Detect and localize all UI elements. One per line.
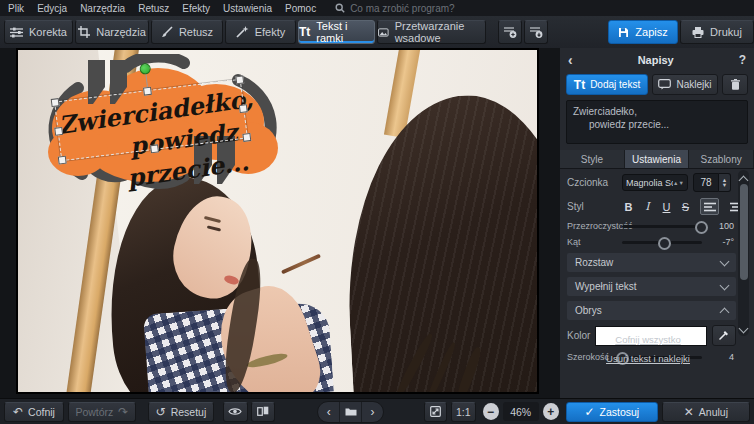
toolbar: Korekta Narzędzia Retusz Efekty Tt Tekst… [0, 16, 754, 49]
save-label: Zapisz [635, 26, 667, 38]
print-button[interactable]: Drukuj [680, 20, 754, 44]
menu-narzedzia[interactable]: Narzędzia [80, 3, 125, 14]
apply-label: Zastosuj [600, 406, 640, 418]
panel-scrollbar[interactable] [738, 170, 749, 336]
bold-button[interactable]: B [622, 201, 635, 213]
resize-handle-mid-left[interactable] [54, 127, 63, 136]
chevron-up-icon [720, 307, 730, 317]
resize-handle-bottom-mid[interactable] [150, 144, 159, 153]
opacity-slider[interactable] [622, 225, 702, 228]
resize-handle-bottom-left[interactable] [58, 156, 67, 165]
tab-retusz-label: Retusz [179, 26, 213, 38]
angle-value: -7° [708, 237, 736, 247]
search-icon [335, 3, 345, 13]
next-photo-button[interactable]: › [362, 402, 383, 422]
scrollbar-thumb[interactable] [740, 184, 748, 280]
tab-przetwarzanie-label: Przetwarzanie wsadowe [395, 20, 485, 44]
menu-efekty[interactable]: Efekty [182, 3, 210, 14]
remove-text-stickers-link[interactable]: Usuń tekst i naklejki [560, 353, 736, 364]
font-size-value[interactable]: 78 [693, 173, 719, 192]
section-rozstaw[interactable]: Rozstaw [567, 253, 736, 272]
before-after-button[interactable] [251, 402, 276, 422]
obrys-label: Obrys [575, 305, 602, 316]
style-row: Styl B I U S [567, 198, 736, 215]
tab-narzedzia[interactable]: Narzędzia [75, 20, 149, 44]
fit-screen-icon [430, 406, 441, 417]
undo-all-link[interactable]: Cofnij wszystko [560, 334, 736, 345]
tab-korekta[interactable]: Korekta [4, 20, 73, 44]
resize-handle-top-left[interactable] [51, 98, 60, 107]
redo-icon: ↷ [118, 406, 128, 418]
help-search[interactable]: Co ma zrobić program? [335, 3, 454, 14]
apply-button[interactable]: ✓ Zastosuj [566, 402, 658, 422]
text-field-line2: powiedz przecie... [573, 118, 741, 131]
undo-label: Cofnij [28, 406, 55, 418]
chevron-down-icon [720, 256, 730, 266]
font-family-select[interactable]: Magnolia Script ▲▼ [622, 174, 688, 191]
help-button[interactable]: ? [739, 53, 746, 67]
reset-label: Resetuj [171, 406, 207, 418]
bottombar: ↶ Cofnij Powtórz ↷ ↺ Resetuj ‹ [0, 398, 754, 424]
add-preset-button[interactable] [498, 20, 522, 44]
text-content-field[interactable]: Zwierciadełko, powiedz przecie... [566, 100, 748, 144]
scroll-down-icon[interactable] [739, 324, 749, 334]
panel-links: Cofnij wszystko Usuń tekst i naklejki [560, 334, 736, 372]
import-preset-button[interactable] [524, 20, 548, 44]
tab-korekta-label: Korekta [29, 26, 67, 38]
tab-tekst-i-ramki[interactable]: Tt Tekst i ramki [298, 20, 375, 44]
font-size-stepper[interactable]: ▲▼ [719, 173, 731, 192]
redo-button[interactable]: Powtórz ↷ [68, 402, 136, 422]
font-label: Czcionka [567, 177, 622, 188]
resize-handle-top-right[interactable] [235, 75, 244, 84]
preview-button[interactable] [223, 402, 248, 422]
reset-button[interactable]: ↺ Resetuj [148, 402, 214, 422]
tab-efekty[interactable]: Efekty [225, 20, 296, 44]
panel-title: Napisy [573, 54, 739, 66]
angle-slider[interactable] [622, 241, 702, 244]
align-left-button[interactable] [700, 198, 719, 215]
fit-screen-button[interactable] [424, 402, 447, 422]
undo-button[interactable]: ↶ Cofnij [4, 402, 64, 422]
photo-editor-window: Plik Edycja Narzędzia Retusz Efekty Usta… [0, 0, 754, 424]
tab-przetwarzanie-wsadowe[interactable]: Przetwarzanie wsadowe [377, 20, 486, 44]
stickers-button[interactable]: Naklejki [652, 74, 718, 95]
photo-navigation: ‹ › [317, 401, 383, 423]
menu-pomoc[interactable]: Pomoc [285, 3, 316, 14]
opacity-knob[interactable] [695, 221, 708, 234]
menu-retusz[interactable]: Retusz [138, 3, 169, 14]
text-icon: Tt [299, 25, 310, 39]
strikethrough-button[interactable]: S [679, 201, 692, 213]
underline-button[interactable]: U [660, 201, 673, 213]
actual-size-button[interactable]: 1:1 [451, 402, 476, 422]
tab-narzedzia-label: Narzędzia [96, 26, 146, 38]
settings-body: Czcionka Magnolia Script ▲▼ 78 ▲▼ Styl B… [560, 166, 736, 342]
add-text-button[interactable]: Tt Dodaj tekst [566, 74, 648, 95]
zoom-in-button[interactable]: + [543, 403, 559, 420]
tab-retusz[interactable]: Retusz [151, 20, 223, 44]
menu-edycja[interactable]: Edycja [37, 3, 67, 14]
italic-button[interactable]: I [641, 200, 654, 213]
cancel-button[interactable]: ✕ Anuluj [662, 402, 750, 422]
prev-photo-button[interactable]: ‹ [318, 402, 339, 422]
section-obrys[interactable]: Obrys [567, 301, 736, 320]
menu-plik[interactable]: Plik [8, 3, 24, 14]
angle-row: Kąt -7° [567, 237, 736, 247]
open-folder-button[interactable] [339, 402, 362, 422]
check-icon: ✓ [584, 406, 594, 418]
text-panel: ‹ Napisy ? Tt Dodaj tekst Naklejki [560, 48, 754, 398]
menubar: Plik Edycja Narzędzia Retusz Efekty Usta… [0, 0, 754, 16]
resize-handle-top-mid[interactable] [143, 87, 152, 96]
reset-icon: ↺ [156, 406, 166, 418]
crop-icon [78, 26, 90, 38]
angle-knob[interactable] [658, 237, 671, 250]
save-button[interactable]: Zapisz [608, 20, 678, 44]
delete-text-button[interactable] [722, 74, 748, 95]
menu-ustawienia[interactable]: Ustawienia [223, 3, 272, 14]
zoom-out-button[interactable]: − [483, 403, 499, 420]
save-icon [618, 27, 629, 38]
photo-workspace[interactable]: Zwierciadełko, powiedz przecie... [18, 50, 537, 392]
resize-handle-bottom-right[interactable] [242, 133, 251, 142]
font-row: Czcionka Magnolia Script ▲▼ 78 ▲▼ [567, 173, 736, 192]
resize-handle-mid-right[interactable] [239, 104, 248, 113]
section-wypelnij-tekst[interactable]: Wypełnij tekst [567, 277, 736, 296]
